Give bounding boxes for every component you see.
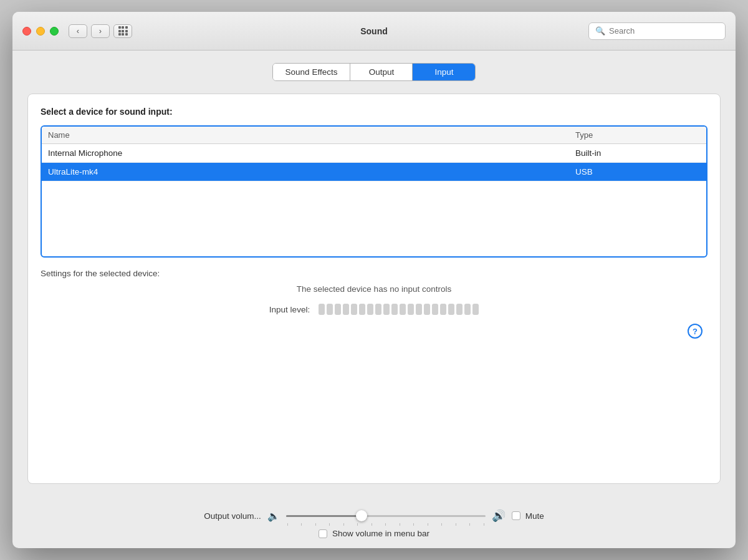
help-button[interactable]: ? xyxy=(688,324,702,339)
search-box[interactable]: 🔍 xyxy=(588,22,726,40)
forward-button[interactable]: › xyxy=(91,24,110,38)
volume-low-icon: 🔈 xyxy=(267,510,280,522)
level-bar xyxy=(367,304,373,315)
slider-track xyxy=(286,515,486,517)
input-level-row: Input level: xyxy=(41,304,707,315)
table-row-selected[interactable]: UltraLite-mk4 USB xyxy=(42,163,706,181)
row-type-internal: Built-in xyxy=(575,148,700,158)
level-bar xyxy=(327,304,333,315)
level-bar xyxy=(424,304,430,315)
level-bar xyxy=(343,304,349,315)
section-title: Select a device for sound input: xyxy=(41,107,707,117)
level-bar xyxy=(400,304,406,315)
level-bar xyxy=(432,304,438,315)
level-bar xyxy=(375,304,381,315)
content-area: Sound Effects Output Input Select a devi… xyxy=(12,51,736,499)
output-volume-label: Output volum... xyxy=(204,511,261,521)
grid-icon xyxy=(118,26,128,36)
main-window: ‹ › Sound 🔍 Sound Effects Output Input xyxy=(12,12,736,548)
volume-row: Output volum... 🔈 🔊 Mute xyxy=(204,509,544,523)
table-row[interactable]: Internal Microphone Built-in xyxy=(42,144,706,163)
search-input[interactable] xyxy=(609,26,719,36)
level-bar xyxy=(408,304,414,315)
maximize-button[interactable] xyxy=(50,27,59,36)
mute-checkbox[interactable] xyxy=(512,511,520,520)
close-button[interactable] xyxy=(22,27,31,36)
mute-label: Mute xyxy=(525,511,544,521)
grid-view-button[interactable] xyxy=(113,24,132,38)
input-level-label: Input level: xyxy=(269,305,310,314)
tab-output[interactable]: Output xyxy=(350,64,413,80)
slider-fill xyxy=(286,515,362,517)
volume-high-icon: 🔊 xyxy=(492,509,506,523)
window-title: Sound xyxy=(360,26,388,36)
row-type-ultralite: USB xyxy=(575,167,700,176)
main-panel: Select a device for sound input: Name Ty… xyxy=(27,94,721,484)
col-type-header: Type xyxy=(575,130,700,140)
menu-bar-row: Show volume in menu bar xyxy=(319,529,429,538)
traffic-lights xyxy=(22,27,59,36)
search-icon: 🔍 xyxy=(595,26,605,36)
level-bar xyxy=(351,304,357,315)
nav-buttons: ‹ › xyxy=(69,24,110,38)
back-button[interactable]: ‹ xyxy=(69,24,87,38)
level-bar xyxy=(464,304,471,315)
slider-ticks xyxy=(286,523,486,526)
tab-bar: Sound Effects Output Input xyxy=(27,63,721,81)
level-bar xyxy=(416,304,422,315)
level-bar xyxy=(335,304,341,315)
table-header: Name Type xyxy=(42,127,706,144)
level-bars xyxy=(319,304,479,315)
level-bar xyxy=(383,304,390,315)
level-bar xyxy=(359,304,365,315)
level-bar xyxy=(391,304,398,315)
device-table: Name Type Internal Microphone Built-in U… xyxy=(41,125,707,258)
minimize-button[interactable] xyxy=(36,27,45,36)
tab-input[interactable]: Input xyxy=(413,64,475,80)
settings-section: Settings for the selected device: The se… xyxy=(41,269,707,321)
row-name-ultralite: UltraLite-mk4 xyxy=(48,167,575,176)
col-name-header: Name xyxy=(48,130,575,140)
level-bar xyxy=(472,304,479,315)
tab-sound-effects[interactable]: Sound Effects xyxy=(273,64,351,80)
table-empty-area xyxy=(42,181,706,256)
settings-label: Settings for the selected device: xyxy=(41,269,707,278)
mute-row: Mute xyxy=(512,511,544,521)
menu-bar-checkbox[interactable] xyxy=(319,529,327,538)
menu-bar-label: Show volume in menu bar xyxy=(332,529,429,538)
tab-group: Sound Effects Output Input xyxy=(272,63,476,81)
help-area: ? xyxy=(41,321,707,339)
level-bar xyxy=(319,304,325,315)
level-bar xyxy=(440,304,446,315)
titlebar: ‹ › Sound 🔍 xyxy=(12,12,736,51)
slider-thumb[interactable] xyxy=(356,510,367,521)
row-name-internal: Internal Microphone xyxy=(48,148,575,158)
volume-slider[interactable] xyxy=(286,509,486,522)
bottom-bar: Output volum... 🔈 🔊 Mute xyxy=(12,499,736,548)
level-bar xyxy=(448,304,454,315)
level-bar xyxy=(456,304,463,315)
no-controls-text: The selected device has no input control… xyxy=(41,284,707,294)
